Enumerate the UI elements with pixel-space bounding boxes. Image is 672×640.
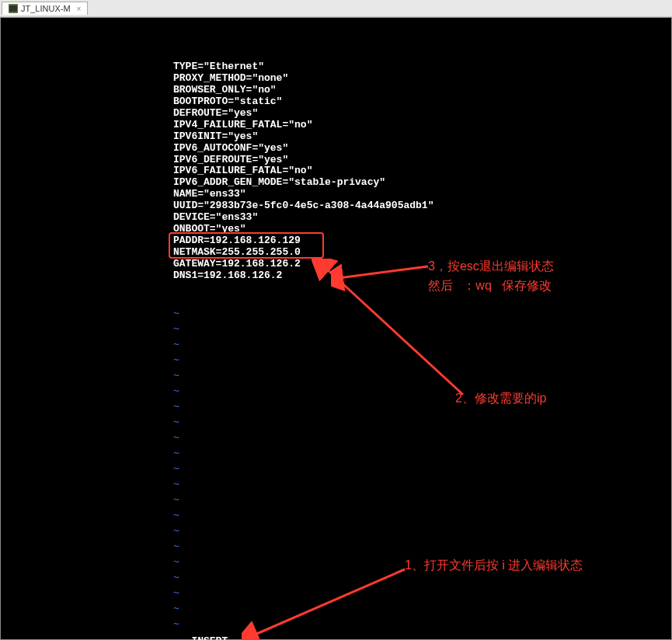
terminal-window[interactable]: TYPE="Ethernet" PROXY_METHOD="none" BROW… [0,17,672,640]
svg-line-4 [253,569,405,635]
config-line: PROXY_METHOD="none" [173,73,433,85]
config-line: IPV6INIT="yes" [173,131,433,143]
annotation-step3-line2: 然后 ：wq 保存修改 [428,278,552,294]
config-line: IPV6_FAILURE_FATAL="no" [173,165,433,177]
config-line: NAME="ens33" [173,189,433,200]
config-line: DEVICE="ens33" [173,212,433,224]
annotation-step1: 1、打开文件后按 i 进入编辑状态 [405,558,583,574]
config-line: DNS1=192.168.126.2 [173,270,433,282]
config-line: TYPE="Ethernet" [173,61,433,73]
config-line: UUID="2983b73e-5fc0-4e5c-a308-4a44a905ad… [173,200,433,212]
vim-tilde-lines: ~~~~~~~~~~~~~~~~~~~~~ [173,305,179,631]
tab-bar: JT_LINUX-M × [0,0,672,17]
annotation-step2: 2、修改需要的ip [455,391,546,407]
config-line: DEFROUTE="yes" [173,108,433,120]
vim-mode-indicator: -- INSERT -- [173,635,246,640]
tab-label: JT_LINUX-M [21,4,71,13]
annotation-step3-line1: 3，按esc退出编辑状态 [428,259,554,275]
config-line: IPV4_FAILURE_FATAL="no" [173,120,433,131]
tab-jt-linux[interactable]: JT_LINUX-M × [2,2,88,15]
terminal-icon [9,4,18,13]
config-line: BOOTPROTO="static" [173,96,433,108]
svg-rect-1 [9,5,17,12]
arrow-step1 [242,562,413,640]
config-line: GATEWAY=192.168.126.2 [173,259,433,270]
config-line: IPV6_AUTOCONF="yes" [173,143,433,155]
config-line: IPV6_ADDR_GEN_MODE="stable-privacy" [173,177,433,189]
config-line: IPV6_DEFROUTE="yes" [173,155,433,166]
tab-close-icon[interactable]: × [77,5,82,13]
config-line: BROWSER_ONLY="no" [173,85,433,96]
highlight-rectangle [169,232,324,259]
